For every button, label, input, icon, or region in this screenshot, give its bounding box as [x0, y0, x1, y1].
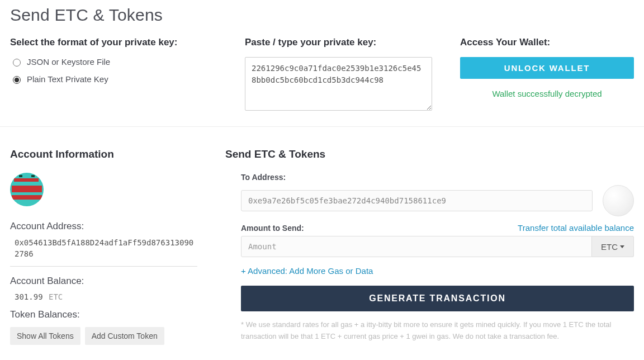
format-option-plaintext-label: Plain Text Private Key [27, 74, 108, 84]
account-address: 0x054613Bd5fA188D24adf1aFf59d87631309027… [10, 238, 197, 259]
access-label: Access Your Wallet: [460, 37, 634, 48]
section-divider [0, 126, 644, 127]
account-divider [10, 266, 197, 267]
generate-transaction-button[interactable]: GENERATE TRANSACTION [241, 286, 634, 311]
paste-label: Paste / type your private key: [245, 37, 432, 48]
account-info-heading: Account Information [10, 148, 197, 160]
transaction-footnote: * We use standard rates for all gas + a … [241, 319, 634, 343]
account-balance-value: 301.99 [15, 292, 43, 301]
account-balance: 301.99 ETC [10, 292, 197, 301]
amount-label: Amount to Send: [241, 224, 304, 233]
currency-label: ETC [601, 242, 618, 252]
unlock-wallet-button[interactable]: UNLOCK WALLET [460, 57, 634, 79]
wallet-decrypted-message: Wallet successfully decrypted [460, 89, 634, 98]
transfer-all-link[interactable]: Transfer total available balance [518, 223, 634, 233]
show-all-tokens-button[interactable]: Show All Tokens [10, 327, 80, 345]
amount-input[interactable] [241, 236, 592, 257]
add-custom-token-button[interactable]: Add Custom Token [85, 327, 164, 345]
account-balance-symbol: ETC [49, 292, 63, 301]
chevron-down-icon [620, 245, 624, 248]
format-option-plaintext[interactable]: Plain Text Private Key [10, 74, 217, 84]
account-address-label: Account Address: [10, 221, 197, 232]
send-heading: Send ETC & Tokens [225, 148, 634, 160]
private-key-input[interactable]: 2261296c9c0a71fdac0e2539b1e3126c5e458bb0… [245, 57, 432, 111]
account-identicon [10, 173, 44, 206]
currency-select[interactable]: ETC [592, 236, 634, 257]
radio-json[interactable] [13, 59, 21, 67]
format-label: Select the format of your private key: [10, 37, 217, 48]
to-address-identicon [603, 185, 634, 216]
token-balances-label: Token Balances: [10, 309, 197, 320]
to-address-label: To Address: [241, 173, 634, 182]
format-option-json-label: JSON or Keystore File [27, 57, 110, 67]
page-title: Send ETC & Tokens [10, 6, 634, 25]
account-balance-label: Account Balance: [10, 276, 197, 287]
radio-plaintext[interactable] [13, 76, 21, 84]
to-address-input[interactable] [241, 190, 593, 211]
format-option-json[interactable]: JSON or Keystore File [10, 57, 217, 67]
advanced-link[interactable]: + Advanced: Add More Gas or Data [241, 266, 373, 276]
